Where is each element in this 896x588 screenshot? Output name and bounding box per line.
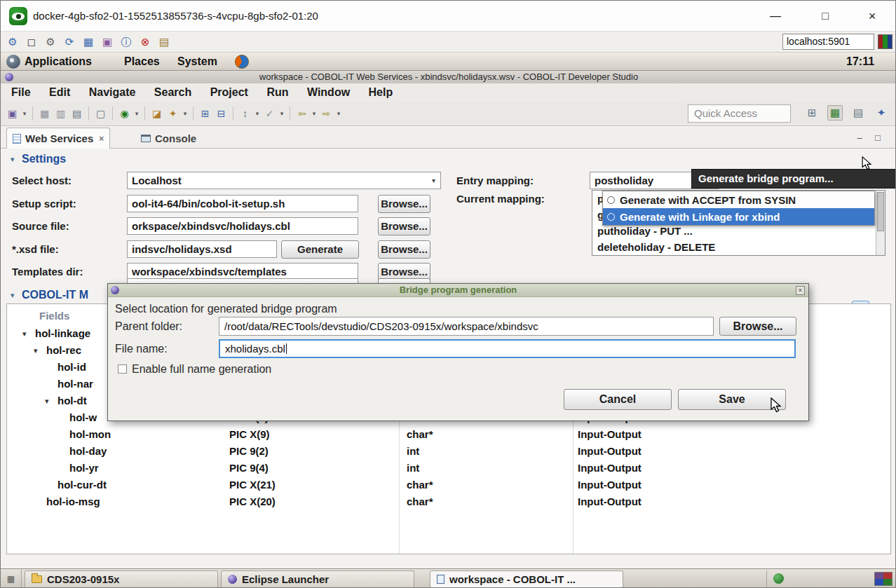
save-button[interactable]: Save: [678, 389, 786, 410]
view-maximize-icon: □: [875, 132, 881, 143]
distro-menu-icon[interactable]: [6, 55, 20, 69]
vnc-address-input[interactable]: localhost:5901: [782, 34, 874, 50]
dropdown-icon[interactable]: ▾: [21, 106, 28, 121]
tab-console[interactable]: Console: [135, 128, 202, 149]
table-row[interactable]: hol-day PIC 9(2) int Input-Output: [7, 443, 890, 460]
menu-system[interactable]: System: [177, 53, 217, 71]
disconnect-icon[interactable]: ⊗: [137, 34, 154, 50]
scrollbar-thumb[interactable]: [877, 192, 884, 231]
tab-web-services[interactable]: Web Services ×: [6, 128, 110, 149]
dropdown-icon[interactable]: ▾: [311, 106, 318, 121]
table-perspective-icon[interactable]: ▤: [850, 105, 866, 121]
new-project-icon[interactable]: ⊟: [214, 106, 229, 121]
fullscreen-icon[interactable]: ◻: [23, 34, 40, 50]
dropdown-icon[interactable]: ▾: [254, 106, 261, 121]
menu-navigate[interactable]: Navigate: [81, 83, 144, 102]
table-row[interactable]: hol-mon PIC X(9) char* Input-Output: [7, 426, 890, 443]
file-name-input[interactable]: xholidays.cbl: [219, 339, 796, 358]
table-row[interactable]: hol-cur-dt PIC X(21) char* Input-Output: [7, 477, 890, 493]
tab-close-icon[interactable]: ×: [99, 134, 104, 144]
back-icon[interactable]: ⇦: [294, 106, 309, 121]
parent-folder-input[interactable]: /root/data/RECTools/devstudio/CDS203-091…: [219, 317, 714, 336]
source-file-browse-button[interactable]: Browse...: [378, 217, 430, 235]
open-perspective-icon[interactable]: ⊞: [804, 105, 820, 121]
connection-options-icon[interactable]: ⚙: [4, 34, 21, 50]
ctrl-alt-del-icon[interactable]: ▦: [80, 34, 97, 50]
debug-perspective-icon[interactable]: ✦: [874, 105, 889, 121]
menu-edit[interactable]: Edit: [41, 83, 78, 102]
menu-places[interactable]: Places: [124, 53, 160, 71]
menu-search[interactable]: Search: [147, 83, 199, 102]
fields-column-header[interactable]: Fields: [39, 310, 69, 322]
select-host-combo[interactable]: Localhost ▾: [127, 172, 441, 189]
save-all-icon[interactable]: ▥: [53, 106, 68, 121]
cobol-run-icon[interactable]: ◉: [117, 106, 132, 121]
dropdown-icon[interactable]: ▾: [335, 106, 342, 121]
new-program-icon[interactable]: ⊞: [198, 106, 212, 121]
mapping-option[interactable]: deleteholiday - DELETE: [592, 239, 885, 255]
menu-item-generate-accept[interactable]: Generate with ACCEPT from SYSIN: [603, 191, 874, 208]
info-icon[interactable]: ⓘ: [118, 34, 135, 50]
table-row[interactable]: hol-yr PIC 9(4) int Input-Output: [7, 460, 890, 477]
screenshot-icon[interactable]: ▣: [99, 34, 116, 50]
xsd-file-input[interactable]: indsvc/holidays.xsd: [127, 240, 277, 258]
dropdown-icon[interactable]: ▾: [278, 106, 285, 121]
taskbar-item-eclipse-launcher[interactable]: Eclipse Launcher: [221, 570, 414, 588]
source-file-input[interactable]: orkspace/xbindsvc/holidays.cbl: [127, 217, 358, 235]
firefox-icon[interactable]: [235, 55, 249, 69]
console-icon[interactable]: ▢: [93, 106, 108, 121]
table-row[interactable]: hol-io-msg PIC X(20) char* Input-Output: [7, 493, 890, 510]
setup-script-browse-button[interactable]: Browse...: [378, 195, 430, 213]
dropdown-icon[interactable]: ▾: [133, 106, 140, 121]
save-icon[interactable]: ▦: [37, 106, 52, 121]
external-tools-icon[interactable]: ✦: [165, 106, 180, 121]
expander-icon[interactable]: ▾: [22, 325, 27, 342]
cancel-button[interactable]: Cancel: [564, 389, 672, 410]
quick-access-input[interactable]: Quick Access: [688, 104, 791, 123]
settings-icon[interactable]: ⚙: [42, 34, 59, 50]
forward-icon[interactable]: ⇨: [319, 106, 334, 121]
show-desktop-button[interactable]: ▦: [1, 569, 22, 588]
minimize-button[interactable]: —: [758, 1, 793, 32]
close-button[interactable]: ×: [855, 1, 890, 32]
taskbar-item-files[interactable]: CDS203-0915x: [25, 570, 218, 588]
clipboard-icon[interactable]: ▤: [156, 34, 172, 50]
taskbar-item-workspace[interactable]: workspace - COBOL-IT ...: [430, 570, 623, 588]
view-minimize-button[interactable]: –: [852, 130, 867, 146]
menu-project[interactable]: Project: [203, 83, 256, 102]
new-wizard-icon[interactable]: ▣: [5, 106, 20, 121]
menu-item-generate-linkage[interactable]: Generate with Linkage for xbind: [603, 208, 874, 225]
setup-script-input[interactable]: ool-it4-64/bin/cobol-it-setup.sh: [127, 195, 358, 212]
dialog-titlebar[interactable]: Bridge program generation ×: [108, 284, 808, 297]
mark-occurrences-icon[interactable]: ✓: [262, 106, 277, 121]
dropdown-icon[interactable]: ▾: [182, 106, 189, 121]
menu-applications[interactable]: Applications: [25, 53, 92, 71]
refresh-icon[interactable]: ⟳: [61, 34, 78, 50]
parent-folder-browse-button[interactable]: Browse...: [719, 317, 796, 336]
xsd-browse-button[interactable]: Browse...: [378, 240, 430, 259]
dialog-close-button[interactable]: ×: [796, 286, 805, 295]
cobol-perspective-icon[interactable]: ▦: [827, 105, 843, 121]
combo-arrow-icon[interactable]: ▾: [432, 172, 435, 189]
menu-window[interactable]: Window: [299, 83, 358, 102]
sort-icon[interactable]: ↕: [238, 106, 252, 121]
menu-run[interactable]: Run: [259, 83, 296, 102]
taskbar-item-label: CDS203-0915x: [47, 573, 119, 585]
notification-icon[interactable]: [773, 573, 784, 584]
full-name-checkbox[interactable]: [118, 364, 127, 374]
expander-icon[interactable]: ▾: [45, 392, 49, 409]
section-collapse-icon[interactable]: ▾: [11, 149, 15, 169]
menu-file[interactable]: File: [4, 83, 39, 102]
menu-help[interactable]: Help: [361, 83, 401, 102]
toolbar-separator: [88, 107, 89, 121]
expander-icon[interactable]: ▾: [34, 342, 38, 359]
panel-clock[interactable]: 17:11: [846, 53, 874, 71]
generate-xsd-button[interactable]: Generate: [281, 240, 359, 259]
open-folder-icon[interactable]: ◪: [149, 106, 164, 121]
maximize-button[interactable]: □: [808, 1, 843, 32]
section-collapse-icon[interactable]: ▾: [11, 285, 15, 305]
print-icon[interactable]: ▤: [69, 106, 84, 121]
view-maximize-button[interactable]: □: [870, 130, 885, 146]
workspace-switcher[interactable]: [874, 572, 892, 586]
list-scrollbar[interactable]: [876, 191, 885, 255]
